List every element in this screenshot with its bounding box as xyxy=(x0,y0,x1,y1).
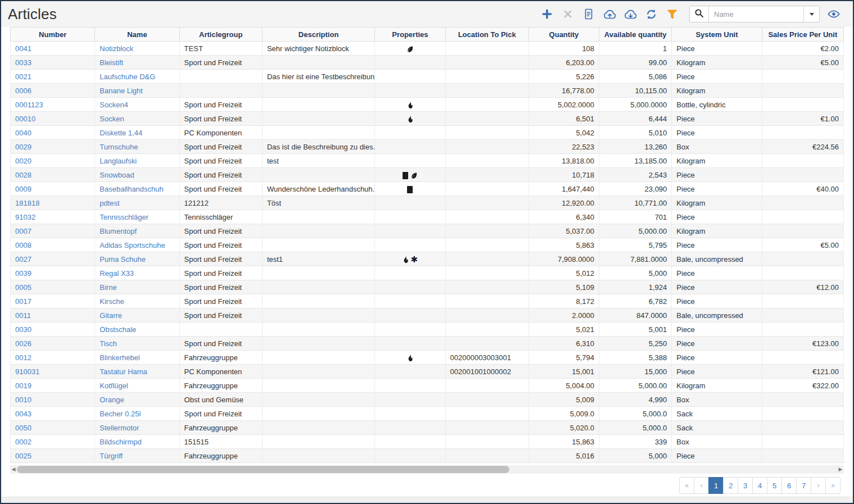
table-row[interactable]: 0009BaseballhandschuhSport und FreizeitW… xyxy=(11,182,844,196)
page-button-5[interactable]: 5 xyxy=(767,477,782,494)
name-link[interactable]: Snowboad xyxy=(100,171,134,179)
column-header-number[interactable]: Number xyxy=(11,28,95,42)
column-header-location[interactable]: Location To Pick xyxy=(445,28,528,42)
table-row[interactable]: 0043Becher 0.25lSport und Freizeit5,009.… xyxy=(11,407,844,421)
scrollbar-track[interactable] xyxy=(17,465,837,474)
table-row[interactable]: 0005BirneSport und Freizeit5,1091,924Pie… xyxy=(11,280,844,294)
name-link[interactable]: Kotflügel xyxy=(100,382,128,390)
scroll-right-arrow-icon[interactable]: ▶ xyxy=(837,465,844,474)
name-link[interactable]: Puma Schuhe xyxy=(100,255,146,264)
column-header-price[interactable]: Sales Price Per Unit xyxy=(762,28,843,42)
number-link[interactable]: 0006 xyxy=(15,87,31,95)
table-row[interactable]: 0017KirscheSport und Freizeit8,1726,782P… xyxy=(11,294,844,308)
number-link[interactable]: 0027 xyxy=(15,255,31,264)
column-header-group[interactable]: Articlegroup xyxy=(179,28,262,42)
number-link[interactable]: 00010 xyxy=(15,115,35,123)
name-link[interactable]: Blumentopf xyxy=(100,227,137,235)
page-button-2[interactable]: 2 xyxy=(723,477,738,494)
column-header-properties[interactable]: Properties xyxy=(375,28,445,42)
delete-button[interactable] xyxy=(561,7,575,21)
name-link[interactable]: Notizblock xyxy=(100,44,133,53)
name-link[interactable]: Baseballhandschuh xyxy=(100,185,163,193)
page-button-7[interactable]: 7 xyxy=(796,477,811,494)
name-link[interactable]: Orange xyxy=(100,396,124,404)
number-link[interactable]: 910031 xyxy=(15,367,39,376)
search-button[interactable] xyxy=(690,6,709,22)
number-link[interactable]: 0011 xyxy=(15,311,31,320)
table-row[interactable]: 0040Diskette 1,44PC Komponenten5,0425,01… xyxy=(11,126,844,140)
number-link[interactable]: 0019 xyxy=(15,382,31,390)
number-link[interactable]: 0005 xyxy=(15,283,31,292)
table-row[interactable]: 0026TischSport und Freizeit6,3105,250Pie… xyxy=(11,337,844,351)
name-link[interactable]: Birne xyxy=(100,283,116,292)
first-page-button[interactable]: « xyxy=(679,477,694,494)
table-row[interactable]: 0020LanglaufskiSport und Freizeittest13,… xyxy=(11,154,844,168)
page-button-3[interactable]: 3 xyxy=(738,477,753,494)
name-link[interactable]: Turnschuhe xyxy=(100,143,138,151)
number-link[interactable]: 0021 xyxy=(15,72,31,81)
table-row[interactable]: 00010SockenSport und Freizeit6,5016,444P… xyxy=(11,112,844,126)
table-row[interactable]: 0007BlumentopfSport und Freizeit5,037.00… xyxy=(11,224,844,238)
table-row[interactable]: 0006Banane Light16,778.0010,115.00Kilogr… xyxy=(11,84,844,98)
number-link[interactable]: 0012 xyxy=(15,353,31,362)
table-row[interactable]: 0033BleistiftSport und Freizeit6,203.009… xyxy=(11,56,844,70)
number-link[interactable]: 0020 xyxy=(15,157,31,165)
number-link[interactable]: 0043 xyxy=(15,410,31,418)
number-link[interactable]: 0030 xyxy=(15,325,31,334)
number-link[interactable]: 0039 xyxy=(15,269,31,278)
number-link[interactable]: 0033 xyxy=(15,58,31,67)
name-link[interactable]: Adidas Sportschuhe xyxy=(100,241,165,249)
column-header-unit[interactable]: System Unit xyxy=(672,28,762,42)
number-link[interactable]: 0002 xyxy=(15,438,31,446)
previous-page-button[interactable]: ‹ xyxy=(694,477,709,494)
page-button-1[interactable]: 1 xyxy=(708,477,724,494)
table-row[interactable]: 0019KotflügelFahrzeuggruppe5,004.005,000… xyxy=(11,379,844,393)
column-header-quantity[interactable]: Quantity xyxy=(528,28,599,42)
column-header-name[interactable]: Name xyxy=(95,28,179,42)
refresh-button[interactable] xyxy=(644,7,658,21)
number-link[interactable]: 0007 xyxy=(15,227,31,235)
name-link[interactable]: Bildschirmpd xyxy=(100,438,141,446)
name-link[interactable]: Türgriff xyxy=(100,452,123,460)
number-link[interactable]: 181818 xyxy=(15,199,39,207)
number-link[interactable]: 0050 xyxy=(15,424,31,432)
table-row[interactable]: 0030Obstschale5,0215,001Piece xyxy=(11,323,844,337)
name-link[interactable]: Langlaufski xyxy=(100,157,137,165)
name-link[interactable]: Stellermotor xyxy=(100,424,139,432)
table-row[interactable]: 0028SnowboadSport und Freizeit10,7182,54… xyxy=(11,168,844,182)
table-row[interactable]: 0011GitarreSport und Freizeit2.0000847.0… xyxy=(11,308,844,323)
name-link[interactable]: Tisch xyxy=(100,339,117,348)
name-link[interactable]: Banane Light xyxy=(100,87,143,95)
scroll-left-arrow-icon[interactable]: ◀ xyxy=(10,465,17,474)
table-row[interactable]: 0029TurnschuheSport und FreizeitDas ist … xyxy=(11,140,844,154)
number-link[interactable]: 0008 xyxy=(15,241,31,249)
table-row[interactable]: 910031Tastatur HamaPC Komponenten0020010… xyxy=(11,365,844,379)
table-row[interactable]: 91032TennisschlägerTennisschläger6,34070… xyxy=(11,210,844,224)
add-button[interactable] xyxy=(540,7,554,21)
column-header-available[interactable]: Available quantity xyxy=(599,28,672,42)
name-link[interactable]: Obstschale xyxy=(100,325,136,334)
number-link[interactable]: 91032 xyxy=(15,213,35,221)
name-link[interactable]: Socken4 xyxy=(100,101,128,109)
report-button[interactable] xyxy=(582,7,595,21)
export-button[interactable] xyxy=(623,7,637,21)
table-row[interactable]: 0021Laufschuhe D&GDas hier ist eine Test… xyxy=(11,70,844,84)
table-row[interactable]: 0027Puma SchuheSport und Freizeittest1✱7… xyxy=(11,252,844,266)
table-row[interactable]: 181818pdtest121212Töst12,920.0010,771.00… xyxy=(11,196,844,210)
name-link[interactable]: Regal X33 xyxy=(100,269,134,278)
last-page-button[interactable]: » xyxy=(825,477,841,494)
name-link[interactable]: pdtest xyxy=(100,199,119,207)
table-row[interactable]: 0039Regal X33Sport und Freizeit5,0125,00… xyxy=(11,266,844,280)
name-link[interactable]: Diskette 1,44 xyxy=(100,129,142,137)
table-row[interactable]: 0002Bildschirmpd15151515,863339Box xyxy=(11,435,844,449)
number-link[interactable]: 0026 xyxy=(15,339,31,348)
name-link[interactable]: Laufschuhe D&G xyxy=(100,72,155,81)
table-row[interactable]: 0041NotizblockTESTSehr wichtiger Notizbl… xyxy=(11,42,844,56)
page-button-6[interactable]: 6 xyxy=(781,477,797,494)
table-row[interactable]: 0025TürgriffFahrzeuggruppe5,0165,000Piec… xyxy=(11,449,844,463)
table-row[interactable]: 0001123Socken4Sport und Freizeit5,002.00… xyxy=(11,98,844,112)
name-link[interactable]: Gitarre xyxy=(100,311,122,320)
name-link[interactable]: Socken xyxy=(100,115,124,123)
number-link[interactable]: 0017 xyxy=(15,297,31,306)
number-link[interactable]: 0029 xyxy=(15,143,31,151)
